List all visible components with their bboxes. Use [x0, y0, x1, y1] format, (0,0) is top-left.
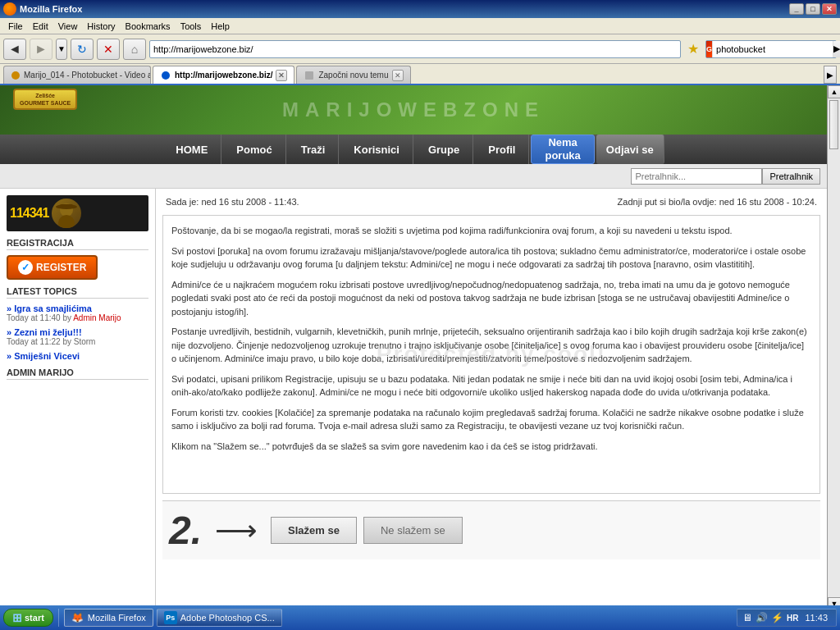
svg-rect-6: [60, 204, 73, 208]
nav-odjavi-se[interactable]: Odjavi se: [596, 135, 664, 164]
svg-point-0: [11, 71, 20, 80]
tab-close-marijowebzone[interactable]: ✕: [276, 70, 287, 81]
maximize-button[interactable]: □: [806, 3, 820, 15]
admin-section-title: ADMIN MARIJO: [7, 368, 148, 380]
current-date: Sada je: ned 16 stu 2008 - 11:43.: [166, 197, 299, 207]
taskbar-firefox-button[interactable]: 🦊 Mozilla Firefox: [64, 609, 153, 627]
tabs-scroll-right[interactable]: ▶: [824, 66, 837, 84]
nav-grupe[interactable]: Grupe: [415, 135, 473, 164]
register-checkmark-icon: ✓: [18, 260, 33, 275]
header-logo-text: MARIJOWEBZONE: [282, 98, 545, 121]
svg-point-4: [58, 215, 75, 228]
bookmark-star-button[interactable]: ★: [684, 40, 702, 58]
menu-help[interactable]: Help: [206, 20, 235, 33]
topic-link-1[interactable]: Zezni mi želju!!!: [7, 327, 82, 337]
tabs-bar: Marijo_014 - Photobucket - Video and I..…: [0, 64, 840, 85]
search-go-button[interactable]: ▶: [833, 41, 840, 57]
list-item: Smiješni Vicevi: [7, 351, 148, 361]
topic-link-0[interactable]: Igra sa smajlićima: [7, 304, 92, 313]
nav-home[interactable]: HOME: [162, 135, 221, 164]
nav-nema-poruka[interactable]: Nemaporuka: [531, 135, 594, 164]
menu-file[interactable]: File: [3, 20, 28, 33]
nav-trazi[interactable]: Traži: [288, 135, 340, 164]
date-bar: Sada je: ned 16 stu 2008 - 11:43. Zadnji…: [162, 195, 820, 208]
browser-content: Zelišće GOURMET SAUCE MARIJOWEBZONE HOME…: [0, 85, 840, 610]
close-button[interactable]: ✕: [822, 3, 837, 15]
terms-paragraph-4: Postanje uvredljivih, bestidnih, vulgarn…: [171, 325, 811, 366]
menu-history[interactable]: History: [82, 20, 120, 33]
register-section-title: REGISTRACIJA: [7, 238, 148, 250]
topic-author-0: Admin Marijo: [73, 313, 121, 322]
home-button[interactable]: ⌂: [123, 39, 146, 60]
agree-button[interactable]: Slažem se: [271, 517, 357, 544]
taskbar-divider: [58, 609, 59, 627]
terms-box: Protected by cool! Poštovanje, da bi se …: [162, 215, 820, 494]
forum-nav: HOME Pomoć Traži Korisnici Grupe Profil …: [0, 135, 827, 164]
windows-icon: ⊞: [12, 611, 22, 624]
taskbar: ⊞ start 🦊 Mozilla Firefox Ps Adobe Photo…: [0, 605, 840, 630]
register-section: REGISTRACIJA ✓ REGISTER: [7, 238, 148, 280]
menu-bar: File Edit View History Bookmarks Tools H…: [0, 18, 840, 34]
terms-paragraph-6: Forum koristi tzv. cookies [Kolačiće] za…: [171, 406, 811, 433]
forum-search-bar: Pretralhnik: [0, 164, 827, 189]
admin-section: ADMIN MARIJO: [7, 368, 148, 380]
tab-icon-marijowebzone: [160, 70, 171, 81]
dropdown-button[interactable]: ▼: [56, 39, 67, 60]
latest-topics-title: LATEST TOPICS: [7, 286, 148, 299]
svg-rect-2: [305, 71, 313, 80]
title-left: Mozilla Firefox: [3, 2, 82, 16]
terms-paragraph-3: Admini/ce će u najkraćem mogućem roku iz…: [171, 278, 811, 319]
forum-page: Zelišće GOURMET SAUCE MARIJOWEBZONE HOME…: [0, 85, 827, 610]
menu-tools[interactable]: Tools: [176, 20, 207, 33]
step-indicator: 2. ⟶ Slažem se Ne slažem se: [162, 500, 820, 559]
nav-pomoc[interactable]: Pomoć: [223, 135, 285, 164]
svg-point-1: [162, 71, 170, 80]
start-button[interactable]: ⊞ start: [3, 609, 53, 627]
back-button[interactable]: ◄: [3, 39, 26, 60]
register-button-label: REGISTER: [36, 262, 86, 273]
taskbar-right: 🖥 🔊 ⚡ HR 11:43: [737, 609, 837, 627]
vertical-scrollbar[interactable]: ▲ ▼: [827, 85, 840, 610]
topic-link-2[interactable]: Smiješni Vicevi: [7, 351, 80, 361]
tab-label-marijowebzone: http://marijowebzone.biz/: [175, 71, 272, 80]
taskbar-photoshop-button[interactable]: Ps Adobe Photoshop CS...: [157, 609, 282, 627]
tab-icon-new-topic: [304, 70, 315, 81]
window-controls: _ □ ✕: [789, 3, 837, 15]
nav-profil[interactable]: Profil: [475, 135, 529, 164]
search-container: G ▶: [705, 40, 837, 58]
stop-button[interactable]: ✕: [97, 39, 120, 60]
step-number: 2.: [169, 508, 202, 553]
forum-main: Sada je: ned 16 stu 2008 - 11:43. Zadnji…: [156, 189, 827, 610]
topic-time-1: Today at 11:22: [7, 337, 61, 346]
topic-meta-0: Today at 11:40 by Admin Marijo: [7, 313, 148, 322]
menu-view[interactable]: View: [53, 20, 83, 33]
tab-close-new-topic[interactable]: ✕: [392, 70, 404, 81]
tab-icon-photobucket: [11, 70, 21, 81]
menu-bookmarks[interactable]: Bookmarks: [121, 20, 176, 33]
address-input[interactable]: [149, 40, 681, 58]
disagree-button[interactable]: Ne slažem se: [363, 517, 463, 544]
search-input[interactable]: [713, 43, 833, 55]
sauce-logo-text: Zelišće GOURMET SAUCE: [20, 92, 71, 107]
tab-marijowebzone[interactable]: http://marijowebzone.biz/ ✕: [153, 66, 294, 84]
register-button[interactable]: ✓ REGISTER: [7, 255, 98, 280]
last-visit-date: Zadnji put si bio/la ovdje: ned 16 stu 2…: [618, 197, 817, 207]
tab-new-topic[interactable]: Započni novu temu ✕: [296, 66, 410, 84]
menu-edit[interactable]: Edit: [28, 20, 53, 33]
tab-label-photobucket: Marijo_014 - Photobucket - Video and I..…: [24, 71, 151, 80]
speaker-icon: 🔊: [756, 612, 768, 623]
reload-button[interactable]: ↻: [71, 39, 94, 60]
sauce-logo: Zelišće GOURMET SAUCE: [13, 89, 77, 110]
tab-photobucket[interactable]: Marijo_014 - Photobucket - Video and I..…: [3, 66, 151, 84]
network-icon: 🖥: [742, 612, 752, 623]
forward-button[interactable]: ►: [30, 39, 52, 60]
forum-search-input[interactable]: [631, 168, 762, 185]
scroll-thumb[interactable]: [829, 100, 838, 149]
minimize-button[interactable]: _: [789, 3, 804, 15]
taskbar-photoshop-icon: Ps: [164, 611, 177, 624]
address-bar-container: [149, 40, 681, 58]
scroll-up-button[interactable]: ▲: [828, 85, 840, 98]
forum-sidebar: 114341 REGISTRACIJA: [0, 189, 156, 610]
forum-search-button[interactable]: Pretralhnik: [762, 168, 820, 185]
nav-korisnici[interactable]: Korisnici: [340, 135, 413, 164]
